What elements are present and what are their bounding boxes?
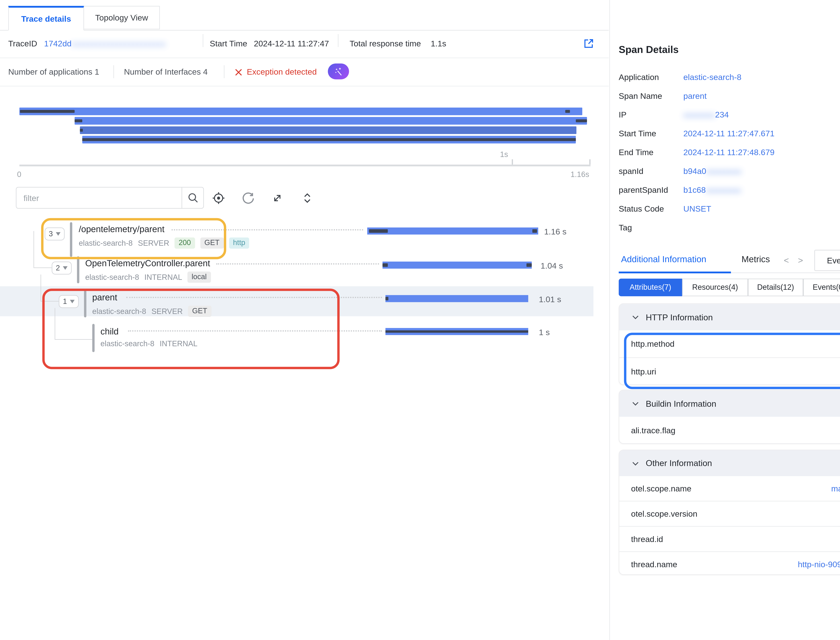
refresh-button[interactable] — [241, 191, 255, 205]
minimap-bar[interactable] — [75, 117, 587, 125]
chevron-down-icon — [631, 459, 640, 467]
summary-row: Number of applications 1 Number of Inter… — [0, 58, 608, 86]
filter-box — [16, 187, 204, 209]
diagonal-arrows-icon — [271, 192, 284, 205]
tab-topology-view[interactable]: Topology View — [83, 6, 160, 29]
field-label: Tag — [619, 218, 632, 237]
section-header-other[interactable]: Other Information — [619, 450, 840, 476]
attribute-value[interactable]: http-nio-9099-exec-1 — [798, 552, 840, 575]
minimap-mark — [20, 110, 75, 113]
span-meta: elastic-search-8 SERVER GET — [92, 306, 211, 317]
attribute-row-thread.name: thread.namehttp-nio-9099-exec-1 — [619, 552, 840, 575]
span-name[interactable]: OpenTelemetryController.parent — [85, 258, 210, 268]
field-value[interactable]: parent — [683, 86, 707, 105]
filter-input[interactable] — [16, 187, 182, 208]
axis-line — [19, 165, 591, 166]
duration-bar[interactable] — [383, 261, 532, 269]
start-time-label: Start Time — [210, 30, 247, 56]
bar-mark — [385, 330, 528, 333]
span-kind: SERVER — [152, 307, 183, 316]
attribute-key: http.uri — [631, 358, 656, 385]
panel-title: Span Details — [619, 44, 679, 56]
span-app: elastic-search-8 — [92, 307, 146, 316]
minimap-mark — [75, 119, 82, 122]
field-row-ip: IPxxxxxxxxx234 — [609, 105, 840, 124]
span-name[interactable]: child — [101, 326, 118, 336]
minimap-bar[interactable] — [19, 107, 582, 115]
span-app: elastic-search-8 — [85, 273, 139, 282]
tab-metrics[interactable]: Metrics — [741, 254, 770, 264]
field-value[interactable]: b1c68xxxxxxxxxx — [683, 181, 741, 200]
field-row-spanid: spanIdb94a0xxxxxxxxxx — [609, 162, 840, 181]
minimap-mark — [576, 119, 587, 122]
ai-diagnose-button[interactable] — [328, 64, 349, 79]
span-name[interactable]: parent — [92, 292, 117, 302]
expand-view-button[interactable] — [270, 191, 284, 205]
children-count-badge[interactable]: 2 — [52, 261, 72, 274]
span-meta: elastic-search-8 INTERNAL — [101, 339, 197, 348]
collapse-all-button[interactable] — [300, 191, 314, 205]
tree-connector — [54, 339, 92, 340]
section-header-buildin[interactable]: Buildin Information — [619, 390, 840, 417]
external-link-icon[interactable] — [583, 38, 594, 49]
subtab-details-12-[interactable]: Details(12) — [748, 278, 803, 296]
section-header-http[interactable]: HTTP Information — [619, 304, 840, 330]
field-value[interactable]: 2024-12-11 11:27:47.671 — [683, 124, 775, 143]
section-http-information: HTTP Information http.methodGEThttp.uri/… — [619, 303, 840, 385]
axis-end-label: 1.16s — [570, 170, 589, 179]
duration-label: 1 s — [539, 327, 550, 337]
divider — [113, 65, 114, 78]
total-response-label: Total response time — [350, 30, 421, 56]
chevron-left-icon[interactable]: < — [784, 255, 789, 265]
local-badge: local — [187, 272, 211, 283]
subtab-resources-4-[interactable]: Resources(4) — [682, 278, 748, 296]
locate-current-span-button[interactable] — [211, 191, 226, 205]
search-icon — [187, 192, 198, 203]
subtab-attributes-7-[interactable]: Attributes(7) — [619, 278, 682, 296]
field-row-status-code: Status CodeUNSET — [609, 199, 840, 218]
axis-tick — [512, 159, 513, 165]
field-value[interactable]: elastic-search-8 — [683, 67, 741, 86]
attribute-key: thread.name — [631, 552, 677, 575]
event-config-button[interactable]: Event Config — [814, 250, 840, 271]
attribute-row-ali.trace.flag: ali.trace.flagarms — [619, 417, 840, 444]
attribute-row-http.uri: http.uri/parent — [619, 357, 840, 385]
span-name[interactable]: /opentelemetry/parent — [79, 224, 164, 234]
span-meta: elastic-search-8 INTERNAL local — [85, 272, 211, 283]
children-count-badge[interactable]: 3 — [45, 227, 65, 240]
exception-x-icon — [234, 68, 243, 77]
field-value[interactable]: b94a0xxxxxxxxxx — [683, 162, 741, 181]
search-button[interactable] — [182, 187, 203, 208]
field-label: spanId — [619, 162, 644, 181]
axis-tick — [589, 159, 591, 165]
tab-trace-details[interactable]: Trace details — [8, 6, 84, 30]
view-tabstrip: Trace details Topology View — [0, 6, 608, 30]
children-count-badge[interactable]: 1 — [59, 295, 79, 308]
apps-count-label: Number of applications 1 — [8, 58, 99, 86]
field-value[interactable]: 2024-12-11 11:27:48.679 — [683, 143, 775, 162]
field-value[interactable]: xxxxxxxxx234 — [683, 105, 729, 125]
leader-line — [126, 297, 382, 298]
field-row-tag: Tag — [609, 218, 840, 237]
minimap-bar[interactable] — [80, 126, 577, 134]
section-other-information: Other Information otel.scope.namemanual-… — [619, 450, 840, 575]
span-kind: SERVER — [138, 238, 169, 247]
attribute-key: otel.scope.version — [631, 501, 697, 526]
field-value[interactable]: UNSET — [683, 199, 711, 218]
interfaces-count-label: Number of Interfaces 4 — [124, 58, 208, 86]
attribute-value[interactable]: manual-sdk — [831, 476, 840, 501]
span-meta: elastic-search-8 SERVER 200 GET http — [79, 237, 249, 248]
duration-bar[interactable] — [385, 328, 528, 335]
field-row-start-time: Start Time2024-12-11 11:27:47.671 — [609, 124, 840, 143]
chevron-right-icon[interactable]: > — [798, 255, 803, 265]
subtab-events-0-[interactable]: Events(0) — [803, 278, 840, 296]
tree-connector — [40, 301, 59, 301]
trace-id-link[interactable]: 1742ddxxxxxxxxxxxxxxxxxxxxxxx — [44, 30, 166, 57]
tab-additional-information[interactable]: Additional Information — [621, 254, 706, 264]
span-kind: INTERNAL — [160, 339, 197, 348]
minimap-bar[interactable] — [82, 136, 576, 143]
duration-bar[interactable] — [385, 295, 528, 302]
duration-bar[interactable] — [367, 227, 538, 235]
minimap-mark — [565, 110, 570, 113]
axis-start-label: 0 — [17, 170, 21, 179]
